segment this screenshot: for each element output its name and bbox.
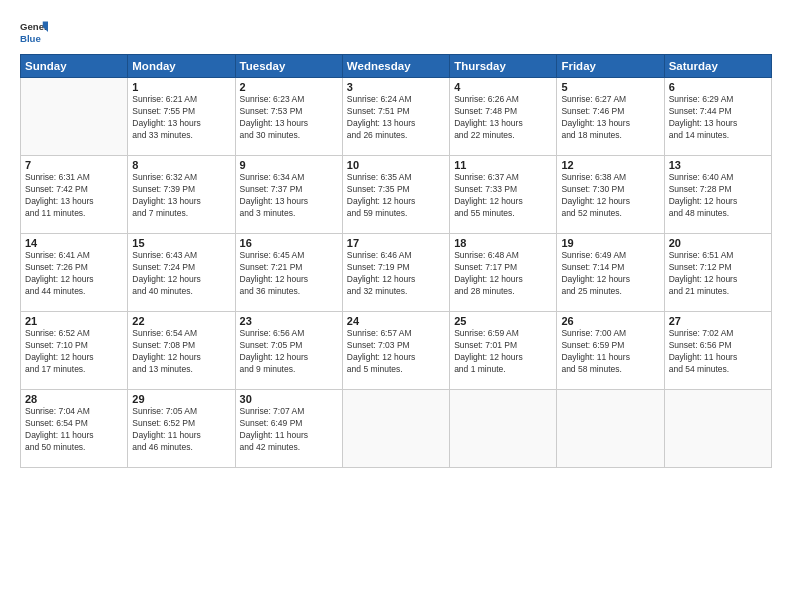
calendar-cell: 17Sunrise: 6:46 AM Sunset: 7:19 PM Dayli… <box>342 234 449 312</box>
calendar-cell: 27Sunrise: 7:02 AM Sunset: 6:56 PM Dayli… <box>664 312 771 390</box>
calendar-cell <box>342 390 449 468</box>
calendar-cell <box>557 390 664 468</box>
day-number: 23 <box>240 315 338 327</box>
col-header-saturday: Saturday <box>664 55 771 78</box>
calendar-cell: 12Sunrise: 6:38 AM Sunset: 7:30 PM Dayli… <box>557 156 664 234</box>
calendar-cell: 3Sunrise: 6:24 AM Sunset: 7:51 PM Daylig… <box>342 78 449 156</box>
calendar-week-row: 14Sunrise: 6:41 AM Sunset: 7:26 PM Dayli… <box>21 234 772 312</box>
cell-text: Sunrise: 6:32 AM Sunset: 7:39 PM Dayligh… <box>132 172 230 220</box>
day-number: 25 <box>454 315 552 327</box>
calendar-cell: 18Sunrise: 6:48 AM Sunset: 7:17 PM Dayli… <box>450 234 557 312</box>
day-number: 6 <box>669 81 767 93</box>
cell-text: Sunrise: 6:40 AM Sunset: 7:28 PM Dayligh… <box>669 172 767 220</box>
calendar-cell: 14Sunrise: 6:41 AM Sunset: 7:26 PM Dayli… <box>21 234 128 312</box>
col-header-sunday: Sunday <box>21 55 128 78</box>
day-number: 14 <box>25 237 123 249</box>
day-number: 16 <box>240 237 338 249</box>
cell-text: Sunrise: 6:59 AM Sunset: 7:01 PM Dayligh… <box>454 328 552 376</box>
day-number: 28 <box>25 393 123 405</box>
day-number: 19 <box>561 237 659 249</box>
calendar-cell: 24Sunrise: 6:57 AM Sunset: 7:03 PM Dayli… <box>342 312 449 390</box>
logo: General Blue <box>20 18 48 46</box>
day-number: 30 <box>240 393 338 405</box>
cell-text: Sunrise: 6:51 AM Sunset: 7:12 PM Dayligh… <box>669 250 767 298</box>
col-header-monday: Monday <box>128 55 235 78</box>
calendar-cell: 8Sunrise: 6:32 AM Sunset: 7:39 PM Daylig… <box>128 156 235 234</box>
cell-text: Sunrise: 6:29 AM Sunset: 7:44 PM Dayligh… <box>669 94 767 142</box>
cell-text: Sunrise: 7:00 AM Sunset: 6:59 PM Dayligh… <box>561 328 659 376</box>
cell-text: Sunrise: 6:34 AM Sunset: 7:37 PM Dayligh… <box>240 172 338 220</box>
day-number: 9 <box>240 159 338 171</box>
day-number: 7 <box>25 159 123 171</box>
cell-text: Sunrise: 6:43 AM Sunset: 7:24 PM Dayligh… <box>132 250 230 298</box>
cell-text: Sunrise: 7:05 AM Sunset: 6:52 PM Dayligh… <box>132 406 230 454</box>
cell-text: Sunrise: 6:56 AM Sunset: 7:05 PM Dayligh… <box>240 328 338 376</box>
cell-text: Sunrise: 6:27 AM Sunset: 7:46 PM Dayligh… <box>561 94 659 142</box>
day-number: 1 <box>132 81 230 93</box>
calendar-cell: 10Sunrise: 6:35 AM Sunset: 7:35 PM Dayli… <box>342 156 449 234</box>
day-number: 13 <box>669 159 767 171</box>
cell-text: Sunrise: 6:54 AM Sunset: 7:08 PM Dayligh… <box>132 328 230 376</box>
day-number: 29 <box>132 393 230 405</box>
cell-text: Sunrise: 6:24 AM Sunset: 7:51 PM Dayligh… <box>347 94 445 142</box>
calendar-cell <box>21 78 128 156</box>
calendar-week-row: 1Sunrise: 6:21 AM Sunset: 7:55 PM Daylig… <box>21 78 772 156</box>
cell-text: Sunrise: 6:57 AM Sunset: 7:03 PM Dayligh… <box>347 328 445 376</box>
col-header-tuesday: Tuesday <box>235 55 342 78</box>
cell-text: Sunrise: 6:46 AM Sunset: 7:19 PM Dayligh… <box>347 250 445 298</box>
calendar-cell: 4Sunrise: 6:26 AM Sunset: 7:48 PM Daylig… <box>450 78 557 156</box>
cell-text: Sunrise: 7:04 AM Sunset: 6:54 PM Dayligh… <box>25 406 123 454</box>
calendar-cell <box>664 390 771 468</box>
logo-icon: General Blue <box>20 18 48 46</box>
calendar-cell: 28Sunrise: 7:04 AM Sunset: 6:54 PM Dayli… <box>21 390 128 468</box>
cell-text: Sunrise: 6:23 AM Sunset: 7:53 PM Dayligh… <box>240 94 338 142</box>
calendar-header-row: SundayMondayTuesdayWednesdayThursdayFrid… <box>21 55 772 78</box>
calendar-cell: 13Sunrise: 6:40 AM Sunset: 7:28 PM Dayli… <box>664 156 771 234</box>
svg-text:Blue: Blue <box>20 33 41 44</box>
cell-text: Sunrise: 6:38 AM Sunset: 7:30 PM Dayligh… <box>561 172 659 220</box>
day-number: 20 <box>669 237 767 249</box>
cell-text: Sunrise: 6:37 AM Sunset: 7:33 PM Dayligh… <box>454 172 552 220</box>
day-number: 15 <box>132 237 230 249</box>
cell-text: Sunrise: 6:31 AM Sunset: 7:42 PM Dayligh… <box>25 172 123 220</box>
calendar-week-row: 28Sunrise: 7:04 AM Sunset: 6:54 PM Dayli… <box>21 390 772 468</box>
page-header: General Blue <box>20 18 772 46</box>
calendar-cell: 26Sunrise: 7:00 AM Sunset: 6:59 PM Dayli… <box>557 312 664 390</box>
calendar-cell: 9Sunrise: 6:34 AM Sunset: 7:37 PM Daylig… <box>235 156 342 234</box>
cell-text: Sunrise: 6:49 AM Sunset: 7:14 PM Dayligh… <box>561 250 659 298</box>
cell-text: Sunrise: 6:35 AM Sunset: 7:35 PM Dayligh… <box>347 172 445 220</box>
calendar-cell: 25Sunrise: 6:59 AM Sunset: 7:01 PM Dayli… <box>450 312 557 390</box>
calendar-cell: 20Sunrise: 6:51 AM Sunset: 7:12 PM Dayli… <box>664 234 771 312</box>
day-number: 27 <box>669 315 767 327</box>
col-header-friday: Friday <box>557 55 664 78</box>
calendar-cell: 30Sunrise: 7:07 AM Sunset: 6:49 PM Dayli… <box>235 390 342 468</box>
day-number: 24 <box>347 315 445 327</box>
calendar-cell: 19Sunrise: 6:49 AM Sunset: 7:14 PM Dayli… <box>557 234 664 312</box>
col-header-thursday: Thursday <box>450 55 557 78</box>
cell-text: Sunrise: 7:02 AM Sunset: 6:56 PM Dayligh… <box>669 328 767 376</box>
day-number: 5 <box>561 81 659 93</box>
cell-text: Sunrise: 6:21 AM Sunset: 7:55 PM Dayligh… <box>132 94 230 142</box>
calendar-table: SundayMondayTuesdayWednesdayThursdayFrid… <box>20 54 772 468</box>
day-number: 12 <box>561 159 659 171</box>
calendar-cell: 15Sunrise: 6:43 AM Sunset: 7:24 PM Dayli… <box>128 234 235 312</box>
calendar-cell: 1Sunrise: 6:21 AM Sunset: 7:55 PM Daylig… <box>128 78 235 156</box>
day-number: 11 <box>454 159 552 171</box>
calendar-cell: 7Sunrise: 6:31 AM Sunset: 7:42 PM Daylig… <box>21 156 128 234</box>
day-number: 4 <box>454 81 552 93</box>
day-number: 21 <box>25 315 123 327</box>
day-number: 2 <box>240 81 338 93</box>
calendar-cell: 6Sunrise: 6:29 AM Sunset: 7:44 PM Daylig… <box>664 78 771 156</box>
day-number: 8 <box>132 159 230 171</box>
calendar-week-row: 21Sunrise: 6:52 AM Sunset: 7:10 PM Dayli… <box>21 312 772 390</box>
col-header-wednesday: Wednesday <box>342 55 449 78</box>
cell-text: Sunrise: 6:52 AM Sunset: 7:10 PM Dayligh… <box>25 328 123 376</box>
cell-text: Sunrise: 6:41 AM Sunset: 7:26 PM Dayligh… <box>25 250 123 298</box>
day-number: 18 <box>454 237 552 249</box>
calendar-cell: 22Sunrise: 6:54 AM Sunset: 7:08 PM Dayli… <box>128 312 235 390</box>
day-number: 22 <box>132 315 230 327</box>
cell-text: Sunrise: 6:45 AM Sunset: 7:21 PM Dayligh… <box>240 250 338 298</box>
calendar-cell <box>450 390 557 468</box>
day-number: 26 <box>561 315 659 327</box>
cell-text: Sunrise: 7:07 AM Sunset: 6:49 PM Dayligh… <box>240 406 338 454</box>
